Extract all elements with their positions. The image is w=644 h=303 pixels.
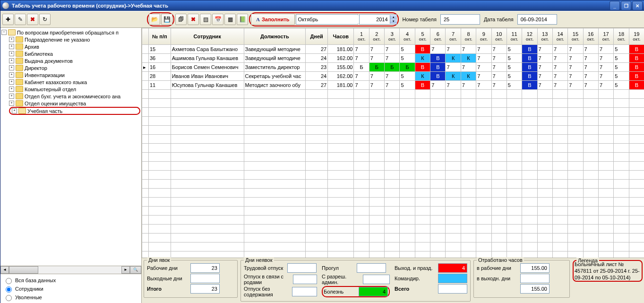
department-tree[interactable]: − По вопросам приобретения обращаться п …	[0, 28, 141, 266]
window-title: Табель учета рабочего времени (сотрудник…	[12, 3, 168, 9]
radio-fired[interactable]: Уволенные	[3, 293, 138, 302]
window-titlebar: Табель учета рабочего времени (сотрудник…	[0, 0, 644, 11]
attendance-group: Дни явок Рабочие дни23 Выходные дни Итог…	[144, 260, 238, 298]
edit-button[interactable]: ✎	[15, 14, 26, 25]
expand-icon[interactable]: +	[9, 58, 14, 63]
expand-icon[interactable]: +	[12, 108, 17, 113]
refresh-button[interactable]: ↻	[39, 14, 51, 25]
summary-panel: Дни явок Рабочие дни23 Выходные дни Итог…	[142, 258, 644, 303]
expand-icon[interactable]: +	[9, 37, 14, 42]
tree-item[interactable]: +Инвентаризации	[9, 71, 140, 78]
tree-item[interactable]: +Кабинет казахского языка	[9, 78, 140, 86]
table-row[interactable]	[142, 144, 644, 153]
table-row[interactable]	[142, 189, 644, 198]
table-row[interactable]	[142, 180, 644, 189]
expand-icon[interactable]: +	[9, 87, 14, 92]
tree-item[interactable]: +Отдел оценки имущества	[9, 100, 140, 107]
add-button[interactable]: ✚	[2, 14, 14, 25]
folder-icon	[16, 36, 23, 43]
table-row[interactable]	[142, 234, 644, 242]
folder-icon	[16, 100, 23, 106]
expand-icon[interactable]: +	[9, 94, 14, 99]
folder-icon	[16, 43, 23, 50]
calendar-button[interactable]: 📅	[212, 14, 223, 25]
table-row[interactable]	[142, 126, 644, 135]
expand-icon[interactable]: +	[9, 101, 14, 106]
tree-hscrollbar[interactable]: ◄► 🔍	[0, 266, 141, 274]
radio-all[interactable]: Вся база данных	[3, 276, 138, 285]
collapse-icon[interactable]: −	[1, 30, 7, 35]
table-row[interactable]: 15Ахметова Сара БахытжаноЗаведующий мето…	[142, 45, 644, 54]
list-button[interactable]: ▤	[200, 14, 211, 25]
spin-down-icon[interactable]: ▼	[390, 19, 397, 24]
folder-icon	[16, 65, 23, 71]
fill-button[interactable]: Заполнить	[251, 14, 295, 25]
app-icon	[2, 2, 9, 9]
open-button[interactable]: 📂	[149, 14, 160, 25]
table-row[interactable]	[142, 162, 644, 171]
folder-icon	[16, 72, 23, 78]
expand-icon[interactable]: +	[9, 51, 14, 56]
clear-button[interactable]: ✖	[188, 14, 199, 25]
tree-item[interactable]: +Подразделение не указано	[9, 36, 140, 43]
tree-item[interactable]: +Директор	[9, 64, 140, 71]
worked-hours-group: Отработано часов в рабочие дни155.00 в в…	[473, 260, 570, 298]
tree-item[interactable]: +Выдача документов	[9, 57, 140, 64]
sidebar: − По вопросам приобретения обращаться п …	[0, 28, 142, 303]
table-row[interactable]	[142, 117, 644, 126]
table-row[interactable]: ▸16Борисов Семен СеменовичЗаместитель ди…	[142, 63, 644, 72]
month-input[interactable]	[296, 15, 365, 24]
folder-icon	[16, 51, 23, 57]
table-row[interactable]	[142, 198, 644, 207]
close-button[interactable]: ✕	[632, 1, 643, 10]
absence-group: Дни неявок Трудовой отпуск Отпуск в связ…	[240, 260, 471, 302]
table-row[interactable]	[142, 90, 644, 99]
table-row[interactable]	[142, 135, 644, 144]
table-row[interactable]	[142, 242, 644, 251]
expand-icon[interactable]: +	[9, 65, 14, 70]
delete-button[interactable]: ✖	[27, 14, 38, 25]
tabno-label: Номер табеля	[400, 17, 439, 22]
month-combo[interactable]: ▼	[296, 14, 358, 25]
table-row[interactable]	[142, 216, 644, 225]
binoculars-icon[interactable]: 🔍	[130, 266, 141, 274]
copy-button[interactable]: 🗐	[175, 14, 187, 25]
save-button[interactable]: 💾	[161, 14, 172, 25]
table-row[interactable]	[142, 99, 644, 108]
table-row[interactable]	[142, 251, 644, 258]
table-row[interactable]: 11Юсупова Гульнар КанашевМетодист заочно…	[142, 81, 644, 90]
folder-icon	[16, 93, 23, 99]
year-input[interactable]	[360, 15, 390, 24]
tree-item[interactable]: +Библиотека	[9, 50, 140, 57]
legend-text: Больничный лист № 457811 от 25-09-2014 г…	[575, 261, 641, 281]
tree-item[interactable]: +Архив	[9, 43, 140, 50]
tabno-field[interactable]: 25	[440, 14, 480, 25]
table-row[interactable]: 28Иванов Иван ИвановичСекретарь учебной …	[142, 72, 644, 81]
year-spinner[interactable]: ▲▼	[359, 14, 397, 25]
radio-employees[interactable]: Сотрудники	[3, 285, 138, 293]
tree-item[interactable]: +Отдел бухг. учета и экономического ана	[9, 93, 140, 100]
main-toolbar: ✚ ✎ ✖ ↻ 📂 💾 🗐 ✖ ▤ 📅 ▦ 📗 Заполнить ▼ ▲▼ Н…	[0, 11, 644, 28]
table-row[interactable]	[142, 171, 644, 180]
folder-icon	[16, 58, 23, 64]
filter-radios: Вся база данных Сотрудники Уволенные	[0, 274, 141, 303]
table-row[interactable]	[142, 207, 644, 216]
tree-item[interactable]: +Компьютерный отдел	[9, 86, 140, 93]
tree-root[interactable]: − По вопросам приобретения обращаться п	[1, 29, 140, 36]
spin-up-icon[interactable]: ▲	[390, 15, 397, 19]
tabdate-field[interactable]: 06-09-2014	[517, 14, 557, 25]
maximize-button[interactable]: ❐	[621, 1, 631, 10]
tree-item[interactable]: +Учебная часть	[9, 107, 140, 115]
book-button[interactable]: 📗	[237, 14, 248, 25]
timesheet-grid[interactable]: № п/пСотрудникДолжностьДнейЧасов1окт.2ок…	[142, 28, 644, 258]
table-row[interactable]: 36Ашимова Гульнар КанашевЗаведующий мето…	[142, 54, 644, 63]
grid-button[interactable]: ▦	[224, 14, 236, 25]
expand-icon[interactable]: +	[9, 79, 14, 85]
table-row[interactable]	[142, 153, 644, 162]
table-row[interactable]	[142, 225, 644, 234]
folder-icon	[18, 108, 26, 114]
expand-icon[interactable]: +	[9, 44, 14, 49]
table-row[interactable]	[142, 108, 644, 117]
minimize-button[interactable]: _	[610, 1, 620, 10]
expand-icon[interactable]: +	[9, 72, 14, 78]
